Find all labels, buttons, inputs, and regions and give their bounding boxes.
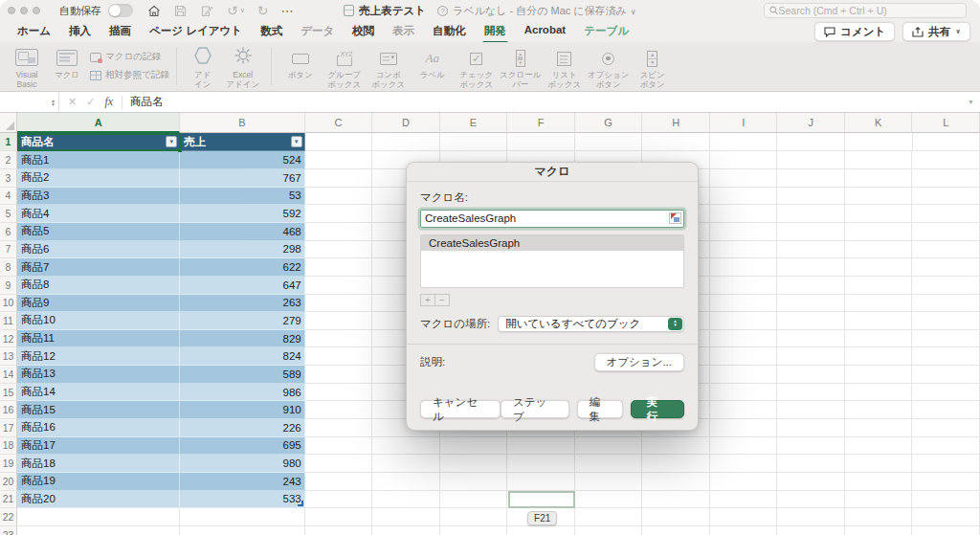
cell[interactable] bbox=[642, 133, 710, 151]
cell[interactable]: 263 bbox=[180, 295, 304, 313]
cell[interactable] bbox=[507, 133, 575, 151]
cell[interactable]: 商品4 bbox=[17, 205, 180, 223]
cell[interactable]: 986 bbox=[180, 384, 304, 402]
cell[interactable]: 767 bbox=[180, 169, 304, 188]
search-input[interactable] bbox=[779, 5, 961, 16]
cell[interactable]: 592 bbox=[180, 205, 304, 223]
tab-formulas[interactable]: 数式 bbox=[260, 21, 282, 42]
tab-page-layout[interactable]: ページ レイアウト bbox=[149, 21, 242, 42]
cell[interactable] bbox=[305, 347, 373, 366]
row-header-18[interactable]: 18 bbox=[0, 437, 17, 456]
cell[interactable] bbox=[710, 437, 778, 456]
cell[interactable]: 53 bbox=[180, 188, 304, 206]
cell[interactable] bbox=[845, 151, 913, 169]
cell[interactable] bbox=[305, 419, 373, 437]
cell[interactable] bbox=[305, 241, 373, 259]
cell[interactable] bbox=[777, 258, 845, 277]
redo-icon[interactable]: ↻ bbox=[257, 4, 269, 17]
cell[interactable] bbox=[710, 151, 778, 169]
row-header-2[interactable]: 2 bbox=[0, 151, 17, 169]
cell[interactable] bbox=[777, 205, 845, 223]
cell[interactable] bbox=[912, 526, 980, 535]
cell[interactable] bbox=[440, 473, 508, 491]
cell[interactable] bbox=[305, 151, 373, 169]
filter-dropdown-icon[interactable]: ▼ bbox=[166, 136, 177, 147]
cell[interactable] bbox=[305, 455, 373, 473]
record-macro-button[interactable]: マクロの記録 bbox=[90, 51, 169, 63]
cell[interactable] bbox=[777, 277, 845, 295]
cancel-entry-icon[interactable]: ✕ bbox=[68, 96, 77, 108]
column-header-C[interactable]: C bbox=[305, 113, 373, 133]
cell[interactable] bbox=[845, 188, 913, 206]
add-ins-button[interactable]: アドイン bbox=[184, 46, 222, 89]
cell[interactable] bbox=[305, 188, 373, 206]
cell[interactable]: 824 bbox=[180, 347, 304, 366]
cell[interactable] bbox=[777, 133, 845, 151]
cell[interactable] bbox=[710, 277, 778, 295]
cell[interactable] bbox=[777, 330, 845, 348]
cell[interactable]: 商品17 bbox=[17, 437, 180, 456]
cell[interactable] bbox=[710, 401, 778, 419]
cell[interactable] bbox=[507, 473, 575, 491]
cell[interactable] bbox=[710, 295, 778, 313]
cell[interactable]: 商品9 bbox=[17, 295, 180, 313]
macros-button[interactable]: マクロ bbox=[48, 46, 86, 89]
cell[interactable] bbox=[305, 258, 373, 277]
spin-button-button[interactable]: ▲▼スピンボタン bbox=[631, 46, 675, 89]
cell[interactable] bbox=[845, 419, 913, 437]
filter-dropdown-icon[interactable]: ▼ bbox=[291, 136, 302, 147]
row-header-16[interactable]: 16 bbox=[0, 401, 17, 419]
cell[interactable] bbox=[912, 491, 980, 509]
cell[interactable] bbox=[845, 491, 913, 509]
row-header-20[interactable]: 20 bbox=[0, 473, 17, 491]
column-header-E[interactable]: E bbox=[440, 113, 508, 133]
cell[interactable] bbox=[507, 526, 575, 535]
cell[interactable] bbox=[305, 295, 373, 313]
column-header-D[interactable]: D bbox=[372, 113, 440, 133]
share-button[interactable]: 共有 ∨ bbox=[902, 22, 970, 41]
cell[interactable] bbox=[845, 473, 913, 491]
cell[interactable] bbox=[180, 526, 304, 535]
cell[interactable]: 524 bbox=[180, 151, 304, 169]
document-status[interactable]: ラベルなし - 自分の Mac に保存済み∨ bbox=[453, 4, 636, 18]
cell[interactable] bbox=[372, 508, 440, 526]
cell[interactable] bbox=[912, 384, 980, 402]
cell[interactable]: 243 bbox=[180, 473, 304, 491]
cell[interactable]: 商品14 bbox=[17, 384, 180, 402]
cell[interactable]: 468 bbox=[180, 223, 304, 241]
cell[interactable] bbox=[845, 437, 913, 456]
cell[interactable] bbox=[710, 258, 778, 277]
cell[interactable] bbox=[710, 384, 778, 402]
cell[interactable] bbox=[575, 526, 643, 535]
cell[interactable] bbox=[845, 366, 913, 384]
cell[interactable] bbox=[642, 473, 710, 491]
cell[interactable]: 533 bbox=[180, 491, 304, 509]
cell[interactable] bbox=[440, 455, 508, 473]
column-header-H[interactable]: H bbox=[642, 113, 710, 133]
step-button[interactable]: ステップ bbox=[501, 400, 569, 418]
cell[interactable] bbox=[710, 491, 778, 509]
confirm-entry-icon[interactable]: ✓ bbox=[86, 96, 95, 108]
cell[interactable] bbox=[507, 437, 575, 456]
option-button-button[interactable]: オプションボタン bbox=[587, 46, 631, 89]
cell[interactable] bbox=[642, 437, 710, 456]
cell[interactable]: 279 bbox=[180, 312, 304, 330]
cell[interactable]: 商品16 bbox=[17, 419, 180, 437]
cell[interactable] bbox=[710, 366, 778, 384]
tab-review[interactable]: 校閲 bbox=[352, 21, 374, 42]
cell[interactable] bbox=[305, 223, 373, 241]
column-header-A[interactable]: A bbox=[17, 113, 180, 133]
cell[interactable] bbox=[440, 133, 508, 151]
cell[interactable]: 商品6 bbox=[17, 241, 180, 259]
cell[interactable] bbox=[642, 491, 710, 509]
list-box-button[interactable]: リストボックス bbox=[543, 46, 587, 89]
cell[interactable] bbox=[777, 188, 845, 206]
close-window-button[interactable] bbox=[8, 7, 15, 14]
tab-table[interactable]: テーブル bbox=[584, 21, 629, 42]
cell[interactable] bbox=[710, 169, 778, 188]
cell[interactable] bbox=[710, 455, 778, 473]
insert-function-icon[interactable]: fx bbox=[104, 95, 113, 109]
excel-add-ins-button[interactable]: Excelアドイン bbox=[224, 46, 262, 89]
cell[interactable] bbox=[372, 473, 440, 491]
row-header-1[interactable]: 1 bbox=[0, 133, 17, 151]
